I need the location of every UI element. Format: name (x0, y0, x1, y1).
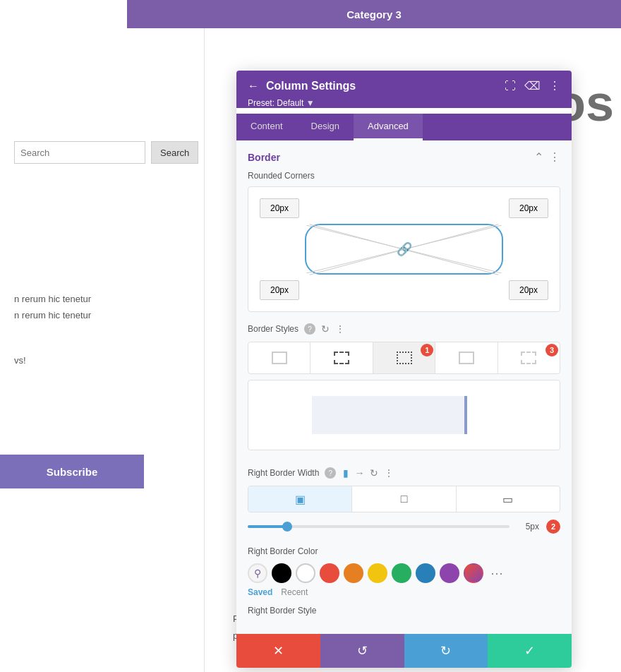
right-border-color-section: Right Border Color ⚲ ⋯ Saved Recent (236, 546, 572, 606)
rbw-device-icon[interactable]: ▮ (343, 467, 349, 479)
rbs-label: Right Border Style (248, 606, 560, 616)
column-settings-panel: ← Column Settings ⛶ ⌫ ⋮ Preset: Default … (236, 71, 572, 668)
panel-title-row: ← Column Settings (248, 80, 356, 92)
sidebar-area: Search n rerum hic tenetur n rerum hic t… (0, 28, 205, 672)
color-orange[interactable] (344, 563, 363, 583)
rounded-corners-label: Rounded Corners (236, 171, 572, 186)
preset-label[interactable]: Preset: Default (248, 98, 303, 108)
border-style-options: 1 3 (248, 342, 560, 374)
panel-body: Border ⌃ ⋮ Rounded Corners (236, 140, 572, 634)
help-icon[interactable]: ? (304, 323, 315, 335)
slider-fill (248, 525, 287, 528)
eyedropper-icon: ⚲ (254, 568, 261, 579)
rbw-help-icon[interactable]: ? (325, 467, 336, 479)
corner-tr-input[interactable] (509, 198, 548, 218)
more-icon[interactable]: ⋮ (549, 79, 560, 92)
border-styles-section: Border Styles ? ↻ ⋮ 1 (236, 323, 572, 459)
panel-icons: ⛶ ⌫ ⋮ (505, 79, 560, 92)
color-green[interactable] (392, 563, 411, 583)
tab-design[interactable]: Design (297, 114, 354, 140)
color-black[interactable] (272, 563, 291, 583)
panel-title: Column Settings (266, 80, 356, 92)
badge-3: 3 (545, 344, 558, 356)
border-style-custom[interactable]: 3 (498, 342, 560, 373)
border-none-icon (272, 352, 287, 364)
search-row: Search (14, 141, 190, 164)
border-style-double[interactable] (435, 342, 498, 373)
border-custom-icon (521, 352, 536, 364)
rbw-label-row: Right Border Width ? ▮ → ↻ ⋮ (248, 467, 560, 479)
fullscreen-icon[interactable]: ⛶ (505, 80, 516, 92)
corner-br-input[interactable] (509, 280, 548, 300)
right-border-style-section: Right Border Style (236, 606, 572, 634)
device-mobile-btn[interactable]: ▭ (457, 486, 560, 512)
search-button[interactable]: Search (151, 141, 198, 164)
panel-header-top: ← Column Settings ⛶ ⌫ ⋮ (248, 79, 560, 92)
border-styles-label-row: Border Styles ? ↻ ⋮ (248, 323, 560, 335)
border-preview-box (248, 380, 560, 450)
color-gradient[interactable] (464, 563, 483, 583)
section-more-icon[interactable]: ⋮ (549, 150, 560, 164)
color-more-btn[interactable]: ⋯ (488, 564, 506, 582)
badge-1: 1 (421, 344, 433, 356)
rbw-more-btn[interactable]: ⋮ (384, 467, 394, 479)
corner-tl-input[interactable] (260, 198, 299, 218)
category-label: Category 3 (346, 8, 402, 20)
panel-footer: ✕ ↺ ↻ ✓ (236, 634, 572, 668)
color-purple[interactable] (440, 563, 459, 583)
color-tab-saved[interactable]: Saved (248, 587, 272, 597)
more-border-styles-btn[interactable]: ⋮ (335, 323, 345, 335)
tab-advanced[interactable]: Advanced (354, 114, 423, 140)
sidebar-text-3: vs! (14, 352, 190, 368)
sidebar-text-1: n rerum hic tenetur (14, 291, 190, 307)
color-white[interactable] (296, 563, 315, 583)
right-border-width-section: Right Border Width ? ▮ → ↻ ⋮ ▣ □ ▭ 5px (236, 459, 572, 546)
section-title-border: Border (248, 152, 280, 163)
color-blue[interactable] (416, 563, 435, 583)
columns-icon[interactable]: ⌫ (524, 79, 541, 92)
color-red[interactable] (320, 563, 339, 583)
color-swatches: ⚲ ⋯ (248, 563, 560, 583)
slider-thumb[interactable] (282, 522, 292, 532)
redo-button[interactable]: ↻ (404, 634, 488, 668)
badge-2: 2 (546, 520, 560, 534)
cancel-button[interactable]: ✕ (236, 634, 320, 668)
corner-bl-input[interactable] (260, 280, 299, 300)
border-double-icon (459, 352, 474, 364)
border-style-solid[interactable] (310, 342, 373, 373)
collapse-icon[interactable]: ⌃ (534, 150, 543, 164)
color-tabs: Saved Recent (248, 587, 560, 597)
rbw-label: Right Border Width (248, 468, 319, 478)
corner-preview: 🔗 (305, 224, 503, 275)
subscribe-button[interactable]: Subscribe (0, 455, 144, 488)
search-input[interactable] (14, 141, 145, 164)
rbw-arrow-btn[interactable]: → (354, 467, 364, 479)
color-yellow[interactable] (368, 563, 387, 583)
tab-content[interactable]: Content (236, 114, 297, 140)
panel-preset: Preset: Default ▼ (248, 98, 560, 108)
slider-row: 5px 2 (248, 520, 560, 534)
rbw-reset-btn[interactable]: ↻ (370, 467, 378, 479)
device-desktop-btn[interactable]: ▣ (248, 486, 352, 512)
sidebar-text: n rerum hic tenetur n rerum hic tenetur … (14, 291, 190, 368)
link-icon[interactable]: 🔗 (397, 241, 412, 257)
category-banner: Category 3 (127, 0, 621, 28)
border-styles-label: Border Styles (248, 324, 299, 334)
reset-border-styles-btn[interactable]: ↻ (321, 323, 330, 335)
section-actions: ⌃ ⋮ (534, 150, 560, 164)
color-eyedropper[interactable]: ⚲ (248, 563, 267, 583)
panel-tabs: Content Design Advanced (236, 114, 572, 140)
section-header-border: Border ⌃ ⋮ (236, 140, 572, 171)
back-arrow-icon[interactable]: ← (248, 80, 259, 92)
border-style-dotted[interactable]: 1 (373, 342, 435, 373)
device-icons: ▣ □ ▭ (248, 486, 560, 512)
confirm-button[interactable]: ✓ (488, 634, 572, 668)
color-tab-recent[interactable]: Recent (281, 587, 308, 597)
border-dotted-icon (397, 352, 412, 364)
border-style-none[interactable] (248, 342, 310, 373)
slider-track[interactable] (248, 525, 510, 528)
device-tablet-btn[interactable]: □ (352, 486, 456, 512)
reset-button[interactable]: ↺ (320, 634, 404, 668)
rbc-label: Right Border Color (248, 546, 560, 556)
border-dashed-icon (334, 352, 349, 364)
